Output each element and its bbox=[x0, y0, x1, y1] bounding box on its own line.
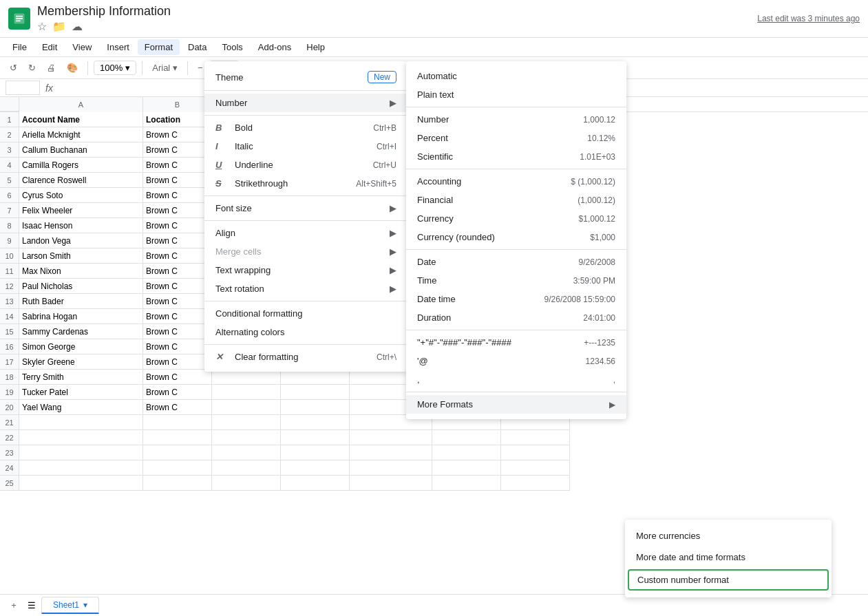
cell-a19[interactable]: Tucker Patel bbox=[19, 385, 143, 400]
cell-a21[interactable] bbox=[19, 415, 143, 430]
menu-edit[interactable]: Edit bbox=[35, 39, 64, 55]
doc-title[interactable]: Membership Information bbox=[37, 4, 171, 19]
cell-b13[interactable]: Brown C bbox=[143, 294, 212, 309]
number-custom1-item[interactable]: "+"#"-"###"-"###"-"#### +---1235 bbox=[406, 333, 626, 352]
cell-c25[interactable] bbox=[212, 476, 281, 491]
number-percent-item[interactable]: Percent 10.12% bbox=[406, 129, 626, 147]
row-header-11[interactable]: 11 bbox=[0, 264, 19, 279]
cell-a6[interactable]: Cyrus Soto bbox=[19, 188, 143, 203]
row-header-4[interactable]: 4 bbox=[0, 158, 19, 173]
number-custom2-item[interactable]: '@ 1234.56 bbox=[406, 352, 626, 370]
format-italic-item[interactable]: I Italic Ctrl+I bbox=[204, 137, 407, 156]
number-date-item[interactable]: Date 9/26/2008 bbox=[406, 253, 626, 271]
cell-g25[interactable] bbox=[501, 476, 570, 491]
cell-g23[interactable] bbox=[501, 445, 570, 460]
row-header-9[interactable]: 9 bbox=[0, 233, 19, 248]
menu-addons[interactable]: Add-ons bbox=[251, 39, 298, 55]
row-header-16[interactable]: 16 bbox=[0, 339, 19, 354]
cell-a22[interactable] bbox=[19, 430, 143, 445]
cell-e24[interactable] bbox=[350, 460, 432, 476]
cell-g24[interactable] bbox=[501, 460, 570, 476]
cell-e22[interactable] bbox=[350, 430, 432, 445]
cell-a20[interactable]: Yael Wang bbox=[19, 400, 143, 415]
cell-b16[interactable]: Brown C bbox=[143, 339, 212, 354]
cell-b24[interactable] bbox=[143, 460, 212, 476]
row-header-20[interactable]: 20 bbox=[0, 400, 19, 415]
menu-file[interactable]: File bbox=[6, 39, 34, 55]
col-header-a[interactable]: A bbox=[19, 97, 143, 112]
cell-b11[interactable]: Brown C bbox=[143, 264, 212, 279]
row-header-17[interactable]: 17 bbox=[0, 354, 19, 370]
menu-format[interactable]: Format bbox=[138, 39, 180, 55]
number-automatic-item[interactable]: Automatic bbox=[406, 67, 626, 85]
row-header-2[interactable]: 2 bbox=[0, 127, 19, 142]
cell-a1[interactable]: Account Name bbox=[19, 112, 143, 127]
cell-d19[interactable] bbox=[281, 385, 350, 400]
row-header-7[interactable]: 7 bbox=[0, 203, 19, 218]
number-currencyrounded-item[interactable]: Currency (rounded) $1,000 bbox=[406, 228, 626, 246]
cell-b15[interactable]: Brown C bbox=[143, 324, 212, 339]
row-header-24[interactable]: 24 bbox=[0, 460, 19, 476]
cell-a24[interactable] bbox=[19, 460, 143, 476]
cell-f22[interactable] bbox=[432, 430, 501, 445]
sheet-tab-1[interactable]: Sheet1 ▾ bbox=[41, 597, 99, 614]
menu-data[interactable]: Data bbox=[181, 39, 213, 55]
row-header-23[interactable]: 23 bbox=[0, 445, 19, 460]
cell-b18[interactable]: Brown C bbox=[143, 370, 212, 385]
cell-f24[interactable] bbox=[432, 460, 501, 476]
cell-b4[interactable]: Brown C bbox=[143, 158, 212, 173]
cell-b19[interactable]: Brown C bbox=[143, 385, 212, 400]
format-number-item[interactable]: Number ▶ bbox=[204, 94, 407, 112]
row-header-10[interactable]: 10 bbox=[0, 248, 19, 264]
more-datetime-item[interactable]: More date and time formats bbox=[625, 546, 832, 568]
cell-b5[interactable]: Brown C bbox=[143, 173, 212, 188]
row-header-21[interactable]: 21 bbox=[0, 415, 19, 430]
cell-a16[interactable]: Simon George bbox=[19, 339, 143, 354]
row-header-12[interactable]: 12 bbox=[0, 279, 19, 294]
custom-number-format-item[interactable]: Custom number format bbox=[628, 569, 829, 591]
add-sheet-button[interactable]: + bbox=[6, 597, 22, 614]
cell-b12[interactable]: Brown C bbox=[143, 279, 212, 294]
cell-a7[interactable]: Felix Wheeler bbox=[19, 203, 143, 218]
redo-button[interactable]: ↻ bbox=[24, 60, 40, 76]
format-align-item[interactable]: Align ▶ bbox=[204, 224, 407, 242]
row-header-5[interactable]: 5 bbox=[0, 173, 19, 188]
cell-a9[interactable]: Landon Vega bbox=[19, 233, 143, 248]
cell-a8[interactable]: Isaac Henson bbox=[19, 218, 143, 233]
number-currency-item[interactable]: Currency $1,000.12 bbox=[406, 209, 626, 228]
cell-a11[interactable]: Max Nixon bbox=[19, 264, 143, 279]
format-textwrap-item[interactable]: Text wrapping ▶ bbox=[204, 261, 407, 279]
menu-view[interactable]: View bbox=[65, 39, 98, 55]
cell-a3[interactable]: Callum Buchanan bbox=[19, 142, 143, 158]
cell-d24[interactable] bbox=[281, 460, 350, 476]
cell-c23[interactable] bbox=[212, 445, 281, 460]
cell-b17[interactable]: Brown C bbox=[143, 354, 212, 370]
format-conditional-item[interactable]: Conditional formatting bbox=[204, 304, 407, 323]
format-clear-item[interactable]: ✕ Clear formatting Ctrl+\ bbox=[204, 348, 407, 366]
menu-tools[interactable]: Tools bbox=[215, 39, 249, 55]
cell-b23[interactable] bbox=[143, 445, 212, 460]
print-button[interactable]: 🖨 bbox=[43, 60, 60, 76]
format-fontsize-item[interactable]: Font size ▶ bbox=[204, 199, 407, 217]
row-header-19[interactable]: 19 bbox=[0, 385, 19, 400]
cell-b25[interactable] bbox=[143, 476, 212, 491]
paint-format-button[interactable]: 🎨 bbox=[63, 60, 82, 76]
cell-c22[interactable] bbox=[212, 430, 281, 445]
folder-icon[interactable]: 📁 bbox=[52, 20, 66, 33]
cell-a10[interactable]: Larson Smith bbox=[19, 248, 143, 264]
undo-button[interactable]: ↺ bbox=[6, 60, 21, 76]
cell-a18[interactable]: Terry Smith bbox=[19, 370, 143, 385]
cell-b8[interactable]: Brown C bbox=[143, 218, 212, 233]
menu-help[interactable]: Help bbox=[299, 39, 332, 55]
cell-c18[interactable] bbox=[212, 370, 281, 385]
cell-d23[interactable] bbox=[281, 445, 350, 460]
cell-a17[interactable]: Skyler Greene bbox=[19, 354, 143, 370]
number-time-item[interactable]: Time 3:59:00 PM bbox=[406, 271, 626, 290]
sheets-list-icon[interactable]: ☰ bbox=[28, 600, 36, 610]
number-financial-item[interactable]: Financial (1,000.12) bbox=[406, 191, 626, 209]
cell-b1[interactable]: Location bbox=[143, 112, 212, 127]
font-button[interactable]: Arial ▾ bbox=[148, 60, 182, 76]
cell-b9[interactable]: Brown C bbox=[143, 233, 212, 248]
row-header-25[interactable]: 25 bbox=[0, 476, 19, 491]
format-underline-item[interactable]: U Underline Ctrl+U bbox=[204, 156, 407, 174]
